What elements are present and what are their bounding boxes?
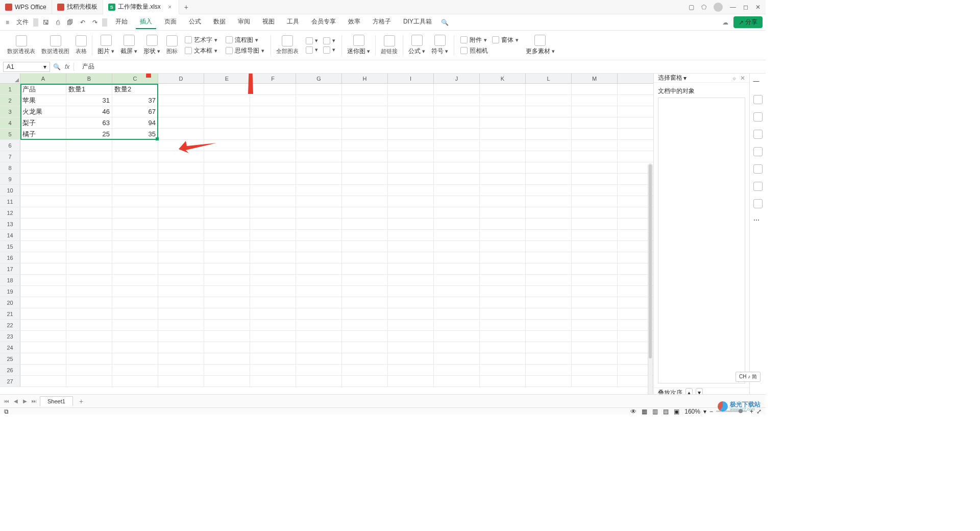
fx-label[interactable]: fx xyxy=(65,63,69,70)
cell[interactable] xyxy=(342,286,388,297)
row-header[interactable]: 20 xyxy=(0,297,20,308)
cell[interactable] xyxy=(296,376,342,387)
column-header-D[interactable]: D xyxy=(158,74,204,83)
cell[interactable] xyxy=(158,106,204,117)
minimize-button[interactable]: — xyxy=(730,4,736,11)
cell[interactable] xyxy=(572,376,618,387)
cell[interactable] xyxy=(342,376,388,387)
maximize-button[interactable]: ◻ xyxy=(743,4,748,11)
cell[interactable] xyxy=(158,230,204,240)
cell[interactable] xyxy=(296,342,342,353)
cell[interactable] xyxy=(296,308,342,319)
column-header-K[interactable]: K xyxy=(480,74,526,83)
menu-tab-会员专享[interactable]: 会员专享 xyxy=(307,15,340,29)
cell[interactable] xyxy=(250,263,296,274)
cell[interactable] xyxy=(434,140,480,151)
cell[interactable] xyxy=(388,286,434,297)
cell[interactable] xyxy=(480,297,526,308)
cell[interactable] xyxy=(66,219,112,229)
cell[interactable] xyxy=(480,342,526,353)
cell[interactable] xyxy=(112,174,158,184)
redo-icon[interactable]: ↷ xyxy=(90,18,100,27)
cell[interactable] xyxy=(526,331,572,342)
layout-icon[interactable] xyxy=(753,130,763,139)
cell[interactable]: 46 xyxy=(66,106,112,117)
cell[interactable] xyxy=(480,174,526,184)
cell[interactable] xyxy=(526,353,572,364)
cell[interactable] xyxy=(250,308,296,319)
cell[interactable] xyxy=(526,308,572,319)
cell[interactable] xyxy=(342,207,388,218)
cell[interactable] xyxy=(572,286,618,297)
cell[interactable] xyxy=(342,151,388,162)
cell[interactable] xyxy=(112,275,158,285)
pin-icon[interactable]: ⟐ xyxy=(732,75,736,82)
cell[interactable] xyxy=(204,140,250,151)
bar-chart-button[interactable]: ▾ ▾ xyxy=(306,37,335,44)
cell[interactable] xyxy=(388,151,434,162)
cell[interactable] xyxy=(526,275,572,285)
cell[interactable] xyxy=(572,84,618,94)
cell[interactable] xyxy=(158,320,204,330)
cell[interactable] xyxy=(296,241,342,252)
cell[interactable] xyxy=(204,241,250,252)
cell[interactable] xyxy=(388,84,434,94)
cell[interactable] xyxy=(66,207,112,218)
cell[interactable] xyxy=(480,219,526,229)
hyperlink-button[interactable]: 超链接 xyxy=(378,35,401,55)
cell[interactable] xyxy=(526,162,572,173)
cell[interactable]: 产品 xyxy=(20,84,66,94)
row-header[interactable]: 26 xyxy=(0,365,20,375)
cell[interactable] xyxy=(112,162,158,173)
menu-tab-审阅[interactable]: 审阅 xyxy=(234,15,254,29)
cell[interactable] xyxy=(204,117,250,128)
formula-value[interactable]: 产品 xyxy=(78,62,763,71)
cell[interactable] xyxy=(296,162,342,173)
cell[interactable] xyxy=(20,365,66,375)
cell[interactable] xyxy=(572,275,618,285)
cell[interactable] xyxy=(112,353,158,364)
cell[interactable] xyxy=(526,252,572,263)
cell[interactable] xyxy=(250,230,296,240)
cell[interactable] xyxy=(572,320,618,330)
cell[interactable] xyxy=(526,106,572,117)
cell[interactable] xyxy=(434,365,480,375)
row-header[interactable]: 7 xyxy=(0,151,20,162)
cell[interactable] xyxy=(434,252,480,263)
cell[interactable] xyxy=(388,331,434,342)
cell[interactable] xyxy=(158,286,204,297)
cell[interactable] xyxy=(434,263,480,274)
cell[interactable] xyxy=(158,376,204,387)
avatar[interactable] xyxy=(714,3,723,12)
cell[interactable] xyxy=(204,376,250,387)
cell[interactable] xyxy=(526,84,572,94)
cell[interactable] xyxy=(20,230,66,240)
cell[interactable] xyxy=(388,376,434,387)
cell[interactable] xyxy=(480,376,526,387)
cell[interactable] xyxy=(526,342,572,353)
cell[interactable] xyxy=(572,106,618,117)
menu-tab-插入[interactable]: 插入 xyxy=(136,15,156,29)
cell[interactable] xyxy=(572,241,618,252)
cell[interactable] xyxy=(20,207,66,218)
cell[interactable] xyxy=(66,230,112,240)
cell[interactable] xyxy=(158,252,204,263)
cell[interactable] xyxy=(112,320,158,330)
cell[interactable] xyxy=(342,117,388,128)
cell[interactable] xyxy=(296,140,342,151)
cell[interactable] xyxy=(112,185,158,196)
zoom-fx-icon[interactable]: 🔍 xyxy=(53,63,61,70)
cell[interactable] xyxy=(296,263,342,274)
spreadsheet-grid[interactable]: ABCDEFGHIJKLM 1产品数量1数量22苹果31373火龙果46674梨… xyxy=(0,74,653,400)
cell[interactable] xyxy=(342,275,388,285)
cell[interactable] xyxy=(204,297,250,308)
column-header-A[interactable]: A xyxy=(20,74,66,83)
cell[interactable] xyxy=(66,263,112,274)
cell[interactable] xyxy=(526,117,572,128)
cell[interactable] xyxy=(20,308,66,319)
print-icon[interactable]: ⎙ xyxy=(54,18,62,27)
cell[interactable] xyxy=(480,129,526,139)
cell[interactable] xyxy=(204,207,250,218)
cell[interactable] xyxy=(434,129,480,139)
cell[interactable] xyxy=(480,320,526,330)
